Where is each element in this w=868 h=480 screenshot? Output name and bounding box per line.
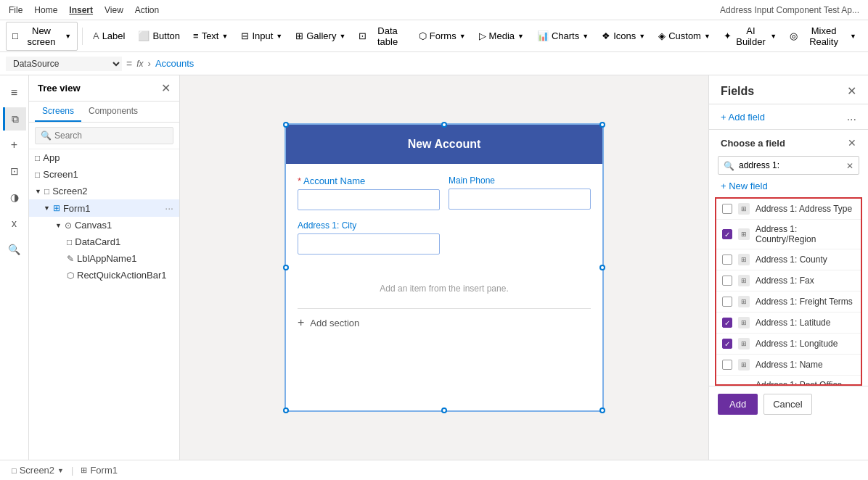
button-button[interactable]: ⬜ Button xyxy=(132,28,186,44)
account-name-label: * Account Name xyxy=(298,175,440,186)
checkbox-addr-longitude[interactable]: ✓ xyxy=(722,339,732,349)
charts-button[interactable]: 📊 Charts ▼ xyxy=(531,28,594,44)
field-item-addr-longitude[interactable]: ✓ ⊞ Address 1: Longitude xyxy=(716,334,861,355)
tree-search-input[interactable] xyxy=(35,127,173,144)
tab-screens[interactable]: Screens xyxy=(35,102,81,122)
form1-expand-icon: ▼ xyxy=(44,204,50,212)
cancel-button[interactable]: Cancel xyxy=(763,394,811,415)
field-item-addr-latitude[interactable]: ✓ ⊞ Address 1: Latitude xyxy=(716,313,861,334)
checkbox-addr-freight[interactable] xyxy=(722,297,732,307)
handle-bottom-center[interactable] xyxy=(441,407,447,413)
address-city-input[interactable] xyxy=(298,233,440,255)
checkbox-addr-latitude[interactable]: ✓ xyxy=(722,318,732,328)
input-button[interactable]: ⊟ Input ▼ xyxy=(235,28,288,44)
field-account-name: * Account Name xyxy=(298,175,440,210)
tree-item-lblappname1[interactable]: ✎ LblAppName1 xyxy=(29,250,179,267)
add-button[interactable]: Add xyxy=(718,394,758,415)
handle-bottom-right[interactable] xyxy=(599,407,605,413)
field-item-addr-type[interactable]: ⊞ Address 1: Address Type xyxy=(716,199,861,220)
field-search-clear-icon[interactable]: ✕ xyxy=(846,161,853,171)
checkbox-addr-fax[interactable] xyxy=(722,276,732,286)
checkbox-addr-name[interactable] xyxy=(722,360,732,370)
menu-action[interactable]: Action xyxy=(135,5,159,15)
tree-item-app[interactable]: □ App xyxy=(29,149,179,166)
field-type-icon-addr-latitude: ⊞ xyxy=(738,317,750,328)
datacard1-icon: □ xyxy=(67,237,72,247)
field-item-addr-freight[interactable]: ⊞ Address 1: Freight Terms xyxy=(716,291,861,313)
tree-item-rectquickactionbar1[interactable]: ⬡ RectQuickActionBar1 xyxy=(29,267,179,284)
tree-item-app-label: App xyxy=(43,152,60,163)
input-icon: ⊟ xyxy=(241,30,249,41)
status-form1-label: Form1 xyxy=(90,465,118,476)
menu-insert[interactable]: Insert xyxy=(69,5,93,15)
choose-field-close-button[interactable]: ✕ xyxy=(848,137,856,149)
status-screen2-item[interactable]: □ Screen2 ▼ xyxy=(9,463,67,477)
app-title: Address Input Component Test Ap... xyxy=(720,5,859,15)
field-label-addr-longitude: Address 1: Longitude xyxy=(756,339,838,349)
tab-components[interactable]: Components xyxy=(81,102,145,122)
sidebar-icon-theme[interactable]: ◑ xyxy=(3,186,26,209)
checkbox-addr-country[interactable]: ✓ xyxy=(722,229,732,239)
media-icon: ▷ xyxy=(479,30,486,41)
label-icon: A xyxy=(93,30,99,41)
field-item-addr-po-box[interactable]: ⊞ Address 1: Post Office Box xyxy=(716,376,861,386)
ai-builder-button[interactable]: ✦ AI Builder ▼ xyxy=(718,22,782,50)
menu-home[interactable]: Home xyxy=(34,5,57,15)
tree-item-datacard1[interactable]: □ DataCard1 xyxy=(29,233,179,250)
field-label-addr-freight: Address 1: Freight Terms xyxy=(756,297,853,307)
new-field-button[interactable]: + New field xyxy=(709,179,868,197)
field-item-addr-name[interactable]: ⊞ Address 1: Name xyxy=(716,355,861,376)
new-screen-chevron-icon: ▼ xyxy=(65,33,71,40)
handle-middle-left[interactable] xyxy=(283,265,289,270)
sidebar-icon-vars[interactable]: x xyxy=(3,212,26,235)
label-button[interactable]: A Label xyxy=(87,28,131,44)
tree-item-screen2[interactable]: ▼ □ Screen2 xyxy=(29,183,179,199)
field-search-input[interactable] xyxy=(718,156,859,175)
status-form1-item[interactable]: ⊞ Form1 xyxy=(78,463,120,477)
field-type-icon-addr-longitude: ⊞ xyxy=(738,338,750,349)
sidebar-icon-menu[interactable]: ≡ xyxy=(3,81,26,104)
new-screen-button[interactable]: □ New screen ▼ xyxy=(6,22,78,51)
tree-item-rectquickactionbar1-label: RectQuickActionBar1 xyxy=(77,270,167,281)
text-button[interactable]: ≡ Text ▼ xyxy=(187,28,234,44)
field-label-addr-type: Address 1: Address Type xyxy=(756,204,852,214)
forms-button[interactable]: ⬡ Forms ▼ xyxy=(413,28,472,44)
icons-button[interactable]: ❖ Icons ▼ xyxy=(596,28,651,44)
sidebar-icon-add[interactable]: + xyxy=(3,133,26,157)
main-phone-input[interactable] xyxy=(449,189,591,210)
sidebar-icon-data[interactable]: ⊡ xyxy=(3,160,26,183)
handle-top-left[interactable] xyxy=(283,122,289,128)
menu-file[interactable]: File xyxy=(9,5,22,15)
add-field-button[interactable]: + Add field xyxy=(721,112,765,123)
custom-button[interactable]: ◈ Custom ▼ xyxy=(652,28,716,44)
account-name-input[interactable] xyxy=(298,189,440,210)
tree-item-canvas1[interactable]: ▼ ⊙ Canvas1 xyxy=(29,217,179,233)
sidebar-icon-layers[interactable]: ⧉ xyxy=(3,107,26,131)
handle-bottom-left[interactable] xyxy=(283,407,289,413)
tree-item-screen1[interactable]: □ Screen1 xyxy=(29,166,179,183)
add-section-area[interactable]: + Add section xyxy=(298,308,591,336)
handle-middle-right[interactable] xyxy=(599,265,605,270)
mixed-reality-button[interactable]: ◎ Mixed Reality ▼ xyxy=(784,22,862,50)
tree-item-form1[interactable]: ▼ ⊞ Form1 ··· xyxy=(29,199,179,217)
field-list-container: ⊞ Address 1: Address Type ✓ ⊞ Address 1:… xyxy=(715,197,862,386)
add-field-more-icon[interactable]: ... xyxy=(847,110,856,123)
gallery-button[interactable]: ⊞ Gallery ▼ xyxy=(290,28,351,44)
tree-view-close-button[interactable]: ✕ xyxy=(161,81,171,95)
custom-chevron-icon: ▼ xyxy=(704,33,711,40)
field-item-addr-fax[interactable]: ⊞ Address 1: Fax xyxy=(716,270,861,291)
field-item-addr-country[interactable]: ✓ ⊞ Address 1: Country/Region xyxy=(716,220,861,249)
media-button[interactable]: ▷ Media ▼ xyxy=(473,28,530,44)
checkbox-addr-type[interactable] xyxy=(722,204,732,214)
lblappname1-icon: ✎ xyxy=(67,254,74,264)
fields-panel-close-button[interactable]: ✕ xyxy=(847,84,856,98)
checkbox-addr-county[interactable] xyxy=(722,255,732,265)
handle-top-center[interactable] xyxy=(441,122,447,128)
data-table-button[interactable]: ⊡ Data table xyxy=(353,22,411,50)
field-item-addr-county[interactable]: ⊞ Address 1: County xyxy=(716,249,861,270)
menu-view[interactable]: View xyxy=(105,5,123,15)
datasource-selector[interactable]: DataSource xyxy=(6,57,122,71)
form1-more-icon[interactable]: ··· xyxy=(165,202,173,214)
sidebar-icon-search[interactable]: 🔍 xyxy=(3,238,26,261)
handle-top-right[interactable] xyxy=(599,122,605,128)
